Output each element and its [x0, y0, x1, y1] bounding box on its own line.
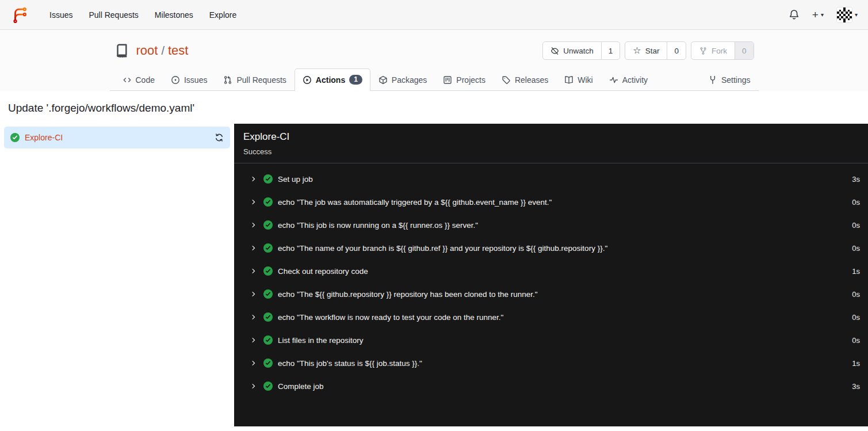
create-new-button[interactable]: + ▾: [812, 9, 824, 20]
top-navbar: Issues Pull Requests Milestones Explore …: [0, 0, 868, 30]
nav-item-issues[interactable]: Issues: [41, 5, 81, 25]
caret-down-icon: ▾: [821, 12, 824, 18]
tab-label: Code: [136, 75, 155, 85]
chevron-right-icon: [250, 360, 257, 367]
step-row[interactable]: Set up job 3s: [234, 167, 868, 190]
tab-projects[interactable]: Projects: [435, 69, 494, 91]
eye-slash-icon: [550, 47, 559, 55]
step-name: echo "This job is now running on a ${{ r…: [278, 221, 478, 230]
steps-list: Set up job 3s echo "The job was automati…: [234, 163, 868, 398]
repo-separator: /: [161, 44, 165, 58]
chevron-right-icon: [250, 291, 257, 297]
code-icon: [123, 75, 132, 85]
tab-activity[interactable]: Activity: [601, 69, 656, 91]
fork-icon: [699, 47, 708, 55]
nav-item-pull-requests[interactable]: Pull Requests: [81, 5, 146, 25]
tag-icon: [502, 75, 511, 85]
repo-owner-link[interactable]: root: [136, 43, 158, 58]
settings-tools-icon: [708, 75, 717, 85]
step-row[interactable]: echo "This job's status is ${{ job.statu…: [234, 352, 868, 375]
star-button-group: ☆ Star 0: [625, 41, 686, 60]
step-duration: 0s: [852, 336, 860, 345]
log-panel: Explore-CI Success Set up job 3s: [234, 124, 868, 426]
step-duration: 3s: [852, 175, 860, 184]
tab-wiki[interactable]: Wiki: [556, 69, 601, 91]
success-check-icon: [10, 133, 20, 142]
step-name: echo "This job's status is ${{ job.statu…: [278, 359, 422, 368]
sidebar-job-explore-ci[interactable]: Explore-CI: [4, 127, 230, 148]
step-row[interactable]: Complete job 3s: [234, 375, 868, 398]
fork-button-group: Fork 0: [691, 41, 754, 60]
navbar-links: Issues Pull Requests Milestones Explore: [41, 5, 244, 25]
notifications-bell-icon[interactable]: [789, 9, 800, 20]
step-duration: 1s: [852, 267, 860, 276]
repo-name-link[interactable]: test: [168, 43, 188, 58]
step-row[interactable]: echo "The name of your branch is ${{ git…: [234, 237, 868, 260]
star-button[interactable]: ☆ Star: [625, 42, 667, 59]
tab-issues[interactable]: Issues: [163, 69, 215, 91]
watchers-count[interactable]: 1: [601, 42, 620, 59]
forgejo-logo-icon[interactable]: [10, 6, 29, 24]
step-name: echo "The job was automatically triggere…: [278, 198, 552, 207]
project-board-icon: [443, 75, 452, 85]
step-duration: 1s: [852, 359, 860, 368]
step-name: Complete job: [278, 382, 324, 391]
star-label: Star: [645, 47, 660, 55]
repo-tabs: Code Issues Pull Requests: [110, 68, 759, 90]
tab-releases[interactable]: Releases: [494, 69, 556, 91]
unwatch-label: Unwatch: [563, 47, 594, 55]
wiki-book-icon: [564, 75, 573, 85]
chevron-right-icon: [250, 337, 257, 344]
user-avatar: [836, 7, 852, 23]
tab-label: Settings: [721, 75, 751, 85]
tab-packages[interactable]: Packages: [370, 69, 435, 91]
fork-button[interactable]: Fork: [691, 42, 735, 59]
user-menu-button[interactable]: ▾: [836, 7, 858, 23]
unwatch-button[interactable]: Unwatch: [543, 42, 601, 59]
tab-code[interactable]: Code: [114, 69, 163, 91]
step-row[interactable]: echo "The workflow is now ready to test …: [234, 306, 868, 329]
caret-down-icon: ▾: [855, 12, 858, 18]
navbar-right: + ▾: [789, 7, 858, 23]
git-pull-request-icon: [223, 75, 232, 85]
stars-count[interactable]: 0: [667, 42, 686, 59]
refresh-icon[interactable]: [215, 133, 224, 142]
repo-header: root / test Unwatch 1: [0, 30, 868, 91]
step-success-icon: [263, 243, 273, 253]
fork-label: Fork: [712, 47, 727, 55]
step-success-icon: [263, 266, 273, 276]
package-icon: [378, 75, 388, 85]
step-duration: 0s: [852, 244, 860, 253]
step-name: echo "The workflow is now ready to test …: [278, 313, 503, 322]
tab-actions[interactable]: Actions 1: [295, 68, 370, 91]
tab-label: Pull Requests: [236, 75, 286, 85]
step-success-icon: [263, 174, 273, 184]
nav-item-explore[interactable]: Explore: [201, 5, 244, 25]
tab-label: Issues: [184, 75, 207, 85]
step-duration: 0s: [852, 221, 860, 230]
step-success-icon: [263, 335, 273, 345]
nav-item-milestones[interactable]: Milestones: [147, 5, 201, 25]
repo-book-icon: [114, 43, 129, 58]
jobs-sidebar: Explore-CI: [0, 124, 234, 426]
step-success-icon: [263, 382, 273, 391]
page-title: Update '.forgejo/workflows/demo.yaml': [8, 102, 860, 115]
step-row[interactable]: echo "The ${{ github.repository }} repos…: [234, 283, 868, 306]
tab-label: Packages: [392, 75, 427, 85]
star-icon: ☆: [633, 46, 641, 55]
step-name: echo "The ${{ github.repository }} repos…: [278, 290, 538, 299]
step-success-icon: [263, 197, 273, 207]
tab-settings[interactable]: Settings: [700, 69, 759, 91]
step-row[interactable]: Check out repository code 1s: [234, 260, 868, 283]
unwatch-button-group: Unwatch 1: [542, 41, 620, 60]
step-row[interactable]: List files in the repository 0s: [234, 329, 868, 352]
step-row[interactable]: echo "The job was automatically triggere…: [234, 190, 868, 213]
step-row[interactable]: echo "This job is now running on a ${{ r…: [234, 213, 868, 237]
job-status: Success: [243, 147, 859, 156]
actions-count-badge: 1: [349, 75, 362, 85]
forks-count: 0: [735, 42, 754, 59]
tab-pull-requests[interactable]: Pull Requests: [215, 69, 294, 91]
tab-label: Releases: [515, 75, 548, 85]
step-success-icon: [263, 312, 273, 322]
tab-label: Wiki: [578, 75, 592, 85]
